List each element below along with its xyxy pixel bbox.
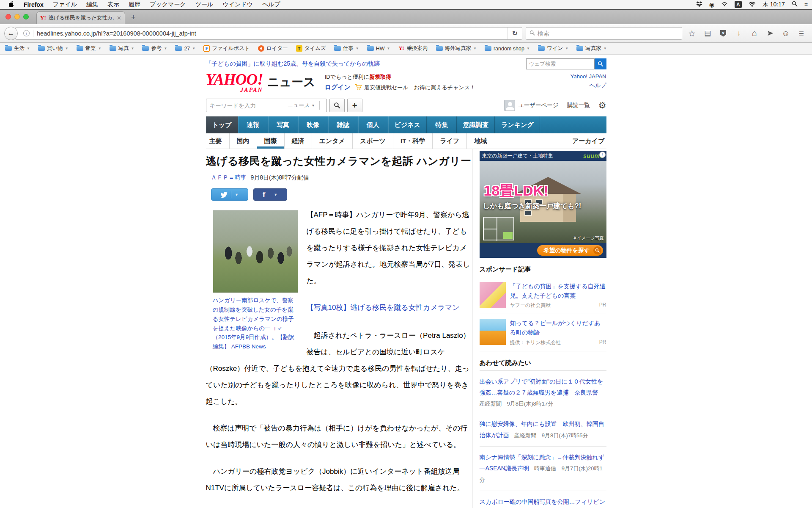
bookmark-filepost[interactable]: Fファイルポスト bbox=[203, 45, 250, 52]
promo-link[interactable]: 「子どもの貧困」に取り組む25歳。母を自殺で失ってからの軌跡 bbox=[206, 60, 380, 68]
bookmark-folder-shopping[interactable]: 買い物▼ bbox=[38, 45, 69, 52]
menu-bookmarks[interactable]: ブックマーク bbox=[150, 1, 186, 8]
wifi-icon[interactable] bbox=[749, 1, 756, 8]
tab-photo[interactable]: 写真 bbox=[268, 116, 298, 133]
tab-business[interactable]: ビジネス bbox=[388, 116, 427, 133]
ad-cta-button[interactable]: 希望の物件を探す bbox=[537, 245, 603, 256]
register-link[interactable]: 新規取得 bbox=[369, 74, 391, 80]
bookmark-folder-27[interactable]: 27▼ bbox=[175, 46, 195, 52]
display-ad[interactable]: 東京の新築一戸建て・土地特集 suumo 18畳LDK! しかも庭つき新築一戸建… bbox=[480, 151, 606, 258]
list-item[interactable]: 南シナ海情勢「深刻に懸念」＝仲裁判決触れず―ASEAN議長声明 時事通信 9月7… bbox=[480, 447, 606, 491]
bookmark-folder-photo[interactable]: 写真▼ bbox=[110, 45, 134, 52]
article-link[interactable]: 知ってる？ビールがつくりだすある町の物語 bbox=[510, 320, 601, 336]
browser-search-field[interactable] bbox=[526, 27, 682, 40]
add-tab-button[interactable]: + bbox=[347, 99, 362, 112]
apple-icon[interactable] bbox=[9, 1, 14, 8]
source-link[interactable]: ＡＦＰ＝時事 bbox=[211, 174, 247, 181]
yahoo-japan-link[interactable]: Yahoo! JAPAN bbox=[571, 72, 606, 81]
login-link[interactable]: ログイン bbox=[325, 83, 351, 91]
subnav-economy[interactable]: 経済 bbox=[285, 133, 312, 149]
menu-window[interactable]: ウインドウ bbox=[222, 1, 253, 8]
feedback-smiley-icon[interactable]: ☺ bbox=[779, 28, 792, 39]
article-link[interactable]: 出会い系アプリで"初対面"の日に１０代女性を強姦…容疑の２７歳無職男を逮捕 奈良… bbox=[480, 378, 604, 396]
browser-tab[interactable]: Y! 逃げる移民を蹴った女性カ... ✕ bbox=[36, 11, 125, 24]
menu-tools[interactable]: ツール bbox=[195, 1, 214, 8]
hello-icon[interactable] bbox=[764, 28, 776, 39]
tab-magazine[interactable]: 雑誌 bbox=[328, 116, 358, 133]
sale-link[interactable]: 最安値挑戦セール お得に買えるチャンス！ bbox=[355, 84, 475, 91]
list-item[interactable]: 独に慰安婦像、年内にも設置 欧州初、韓国自治体が計画 産経新聞 9月8日(木)7… bbox=[480, 413, 606, 446]
home-icon[interactable]: ⌂ bbox=[748, 28, 761, 39]
help-link[interactable]: ヘルプ bbox=[571, 81, 606, 90]
twitter-share-button[interactable]: ▼ bbox=[211, 188, 248, 201]
subnav-entertainment[interactable]: エンタメ bbox=[312, 133, 353, 149]
web-search-input[interactable] bbox=[526, 58, 595, 69]
facebook-share-button[interactable]: f ▼ bbox=[253, 188, 287, 201]
tab-close-icon[interactable]: ✕ bbox=[117, 15, 121, 21]
spotlight-icon[interactable] bbox=[792, 1, 798, 8]
subnav-domestic[interactable]: 国内 bbox=[230, 133, 257, 149]
archive-link[interactable]: アーカイブ bbox=[572, 137, 606, 145]
keyword-search-box[interactable]: ニュース▼ bbox=[206, 99, 327, 112]
photo-caption[interactable]: ハンガリー南部ロスケで、警察の規制線を突破した女の子を蹴る女性テレビカメラマンの… bbox=[213, 296, 299, 351]
user-page-link[interactable]: ユーザーページ bbox=[504, 100, 559, 111]
gear-icon[interactable]: ⚙ bbox=[598, 100, 606, 110]
tab-top[interactable]: トップ bbox=[206, 116, 238, 133]
search-input[interactable] bbox=[538, 30, 678, 37]
web-search-button[interactable] bbox=[595, 58, 606, 69]
bookmark-folder-hw[interactable]: HW▼ bbox=[367, 46, 390, 52]
zoom-window-button[interactable] bbox=[23, 14, 29, 19]
bookmark-folder-photographer[interactable]: 写真家▼ bbox=[576, 45, 606, 52]
tab-survey[interactable]: 意識調査 bbox=[457, 116, 495, 133]
subnav-main[interactable]: 主要 bbox=[206, 133, 230, 149]
bookmark-folder-work[interactable]: 仕事▼ bbox=[334, 45, 359, 52]
ad-image[interactable]: 18畳LDK! しかも庭つき新築一戸建ても?! ※イメージ写真 bbox=[480, 161, 606, 243]
subnav-life[interactable]: ライフ bbox=[433, 133, 467, 149]
list-item[interactable]: 知ってる？ビールがつくりだすある町の物語 提供：キリン株式会社PR bbox=[480, 314, 606, 351]
back-button[interactable]: ← bbox=[4, 27, 18, 40]
new-tab-button[interactable]: + bbox=[131, 13, 136, 24]
article-link[interactable]: スカボロー礁の中国船写真を公開…フィリピン bbox=[480, 498, 606, 505]
subnav-international[interactable]: 国際 bbox=[257, 133, 285, 149]
airport-icon[interactable] bbox=[721, 1, 728, 8]
menu-history[interactable]: 履歴 bbox=[129, 1, 140, 8]
url-bar[interactable]: i headlines.yahoo.co.jp/hl?a=20160908-00… bbox=[15, 27, 522, 40]
tab-personal[interactable]: 個人 bbox=[358, 116, 388, 133]
keyword-input[interactable] bbox=[210, 102, 288, 109]
bookmark-folder-life[interactable]: 生活▼ bbox=[5, 45, 30, 52]
bookmark-star-icon[interactable]: ☆ bbox=[686, 28, 698, 39]
url-text[interactable]: headlines.yahoo.co.jp/hl?a=20160908-0000… bbox=[37, 30, 508, 37]
menu-edit[interactable]: 編集 bbox=[86, 1, 98, 8]
bookmark-folder-wine[interactable]: ワイン▼ bbox=[538, 45, 568, 52]
tab-video[interactable]: 映像 bbox=[298, 116, 328, 133]
menu-hamburger-icon[interactable]: ≡ bbox=[795, 28, 808, 39]
news-search-button[interactable] bbox=[329, 99, 345, 112]
dropbox-icon[interactable] bbox=[696, 1, 702, 8]
list-item[interactable]: スカボロー礁の中国船写真を公開…フィリピン 読売新聞 9月8日(木)7時32分 bbox=[480, 491, 606, 508]
tab-ranking[interactable]: ランキング bbox=[495, 116, 540, 133]
menu-firefox[interactable]: Firefox bbox=[24, 1, 44, 8]
list-item[interactable]: 「子どもの貧困」を支援する自死遺児。支えた子どもの言葉 ヤフーの社会貢献PR bbox=[480, 277, 606, 314]
tab-feature[interactable]: 特集 bbox=[427, 116, 457, 133]
page-info-icon[interactable]: i bbox=[23, 30, 30, 36]
bookmark-folder-music[interactable]: 音楽▼ bbox=[77, 45, 102, 52]
search-scope-dropdown[interactable]: ニュース▼ bbox=[288, 102, 315, 109]
menu-file[interactable]: ファイル bbox=[53, 1, 77, 8]
bookmark-transit[interactable]: Y!乗換案内 bbox=[398, 45, 428, 52]
close-window-button[interactable] bbox=[5, 14, 11, 19]
reload-button[interactable]: ↻ bbox=[508, 28, 522, 39]
yahoo-news-logo[interactable]: YAHOO!JAPAN ニュース bbox=[206, 72, 315, 94]
creative-cloud-icon[interactable]: ◉ bbox=[709, 1, 714, 8]
pocket-icon[interactable]: ∨ bbox=[717, 28, 730, 39]
bookmark-folder-photographers-abroad[interactable]: 海外写真家▼ bbox=[436, 45, 477, 52]
bookmark-times[interactable]: Tタイムズ bbox=[296, 45, 326, 52]
input-source-icon[interactable]: A bbox=[735, 1, 742, 8]
menu-view[interactable]: 表示 bbox=[107, 1, 119, 8]
downloads-icon[interactable]: ↓ bbox=[732, 28, 745, 39]
menu-help[interactable]: ヘルプ bbox=[262, 1, 280, 8]
photo-gallery-link[interactable]: 【写真10枚】逃げる移民を蹴る女性カメラマン bbox=[307, 304, 460, 312]
subnav-it-science[interactable]: IT・科学 bbox=[393, 133, 433, 149]
reading-list-icon[interactable]: ▤ bbox=[701, 28, 714, 39]
ad-info-icon[interactable]: i bbox=[599, 152, 606, 158]
bookmark-folder-reference[interactable]: 参考▼ bbox=[142, 45, 167, 52]
